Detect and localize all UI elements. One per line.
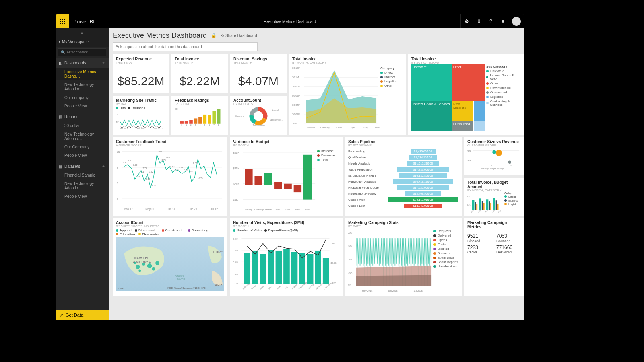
funnel-row: Proposal/Price Quote$17,525,000.00 <box>348 185 458 191</box>
grouped-bar-chart: $0…$0… Janu…Febr…Marc…AprilMay <box>467 192 504 214</box>
svg-rect-177 <box>291 252 298 283</box>
svg-text:0.0M: 0.0M <box>233 282 238 285</box>
svg-rect-179 <box>307 254 314 283</box>
smiley-icon: ☻ <box>500 19 506 24</box>
gear-icon: ⚙ <box>464 19 469 24</box>
svg-text:10: 10 <box>117 150 120 153</box>
tile-total-invoice-category[interactable]: Total Invoice BY MONTH, CATEGORY $0.12M$… <box>289 54 406 135</box>
svg-rect-135 <box>493 198 495 210</box>
share-dashboard-button[interactable]: ⟲ Share Dashboard <box>221 33 257 38</box>
waterfall-chart: $60K$40K$20K$0K JanuaryFebruaryMarchApri… <box>233 147 317 213</box>
svg-text:8.53: 8.53 <box>170 165 174 168</box>
sidebar-item-dashboard[interactable]: New Technology Adoption <box>56 80 109 93</box>
svg-text:6.86: 6.86 <box>146 178 150 180</box>
tile-customer-feedback-trend[interactable]: Customer Feedback Trend AVERAGE SCORE 10… <box>113 137 227 216</box>
search-icon: 🔍 <box>61 50 65 54</box>
tile-expected-revenue[interactable]: Expected Revenue THIS YEAR $85.22M <box>113 54 169 93</box>
feedback-button[interactable]: ☻ <box>497 14 509 28</box>
tile-feedback-ratings[interactable]: Feedback Ratings BY SCORE 200 012345678 <box>171 96 228 135</box>
tile-discount-savings[interactable]: Discount Savings THIS MONTH $4.07M <box>230 54 287 93</box>
svg-text:July: July <box>284 285 288 290</box>
svg-rect-137 <box>497 203 499 210</box>
get-data-button[interactable]: ↗ Get Data <box>56 310 109 320</box>
svg-text:20K: 20K <box>348 258 353 261</box>
tile-total-invoice-month[interactable]: Total Invoice THIS MONTH $2.22M <box>171 54 228 93</box>
funnel-row: Negotiation/Review$12,469,500.00 <box>348 191 458 197</box>
svg-text:NORTH: NORTH <box>134 255 148 260</box>
sidebar-item-report[interactable]: 30 dollar <box>56 121 109 130</box>
settings-button[interactable]: ⚙ <box>460 14 473 28</box>
svg-text:7.47: 7.47 <box>175 169 179 171</box>
sidebar-item-report[interactable]: Our Company <box>56 143 109 151</box>
svg-text:May 17: May 17 <box>124 208 133 211</box>
svg-text:$0.5K: $0.5K <box>330 262 336 264</box>
svg-text:9.09: 9.09 <box>158 150 162 153</box>
svg-text:May: May <box>285 208 290 211</box>
tile-customer-size-vs-revenue[interactable]: Customer Size vs Revenue CUSTOMER GROUP … <box>464 137 524 175</box>
sidebar-item-dataset[interactable]: People View <box>56 192 109 201</box>
sidebar-item-dashboard[interactable]: People View <box>56 102 109 110</box>
svg-text:2K: 2K <box>116 113 119 116</box>
add-dashboard-button[interactable]: ＋ <box>101 60 105 66</box>
svg-text:Feb 2015: Feb 2015 <box>137 127 145 129</box>
svg-text:May 2015: May 2015 <box>362 290 373 292</box>
waffle-icon <box>59 18 66 25</box>
svg-text:7.34: 7.34 <box>140 171 144 173</box>
svg-text:Specialty Bik…: Specialty Bik… <box>270 119 283 121</box>
svg-point-152 <box>152 267 155 271</box>
tile-marketing-campaign-stats[interactable]: Marketing Campaign Stats BY DATE 40K30K2… <box>345 218 462 296</box>
svg-text:8.50: 8.50 <box>128 159 132 162</box>
svg-rect-178 <box>299 253 305 283</box>
svg-point-118 <box>492 150 496 154</box>
sidebar-item-dataset[interactable]: New Technology Adoptio… <box>56 179 109 192</box>
svg-point-119 <box>496 150 502 156</box>
qa-input[interactable] <box>113 42 258 51</box>
svg-text:$0…: $0… <box>467 196 471 198</box>
tile-visits-expenditures[interactable]: Number of Visits, Expenditures ($Mil) BY… <box>230 218 343 296</box>
workspace-selector[interactable]: ▾ My Workspace <box>56 37 109 47</box>
svg-text:8: 8 <box>218 124 219 126</box>
sidebar-item-exec-dashboard[interactable]: Executive Metrics Dashb… <box>56 68 109 80</box>
svg-text:4: 4 <box>200 124 201 126</box>
sidebar-item-report[interactable]: People View <box>56 151 109 160</box>
tile-total-invoice-subcategory[interactable]: Total Invoice BY SUB CATEGORY Hardware O… <box>408 54 524 135</box>
topbar: Power BI Executive Metrics Dashboard ⚙ ⬇… <box>56 14 524 28</box>
sidebar-item-dataset[interactable]: Financial Sample <box>56 171 109 179</box>
tile-total-invoice-budget[interactable]: Total Invoice, Budget Amount BY MONTH, C… <box>464 178 524 216</box>
svg-rect-173 <box>260 254 266 283</box>
tile-accountcount-industry[interactable]: AccountCount BY INDUSTRY Warehous… <box>230 96 287 135</box>
add-dataset-button[interactable]: ＋ <box>101 163 105 169</box>
sidebar-search-input[interactable]: 🔍 Filter content <box>58 48 106 56</box>
help-button[interactable]: ? <box>485 14 497 28</box>
svg-text:February: February <box>320 126 330 129</box>
svg-text:7.13: 7.13 <box>136 175 140 178</box>
tile-marketing-campaign-metrics[interactable]: Marketing Campaign Metrics 9521Blocked 7… <box>464 218 524 296</box>
sidebar-item-report[interactable]: New Technology Adoptio… <box>56 130 109 143</box>
svg-text:7.52: 7.52 <box>149 171 153 173</box>
svg-rect-130 <box>482 201 483 210</box>
user-avatar[interactable] <box>512 17 521 26</box>
tile-sales-pipeline[interactable]: Sales Pipeline BY STAGENAME Prospecting$… <box>345 137 462 216</box>
tile-marketing-site-traffic[interactable]: Marketing Site Traffic BY DATE HitsBounc… <box>113 96 169 135</box>
tile-accountcount-map[interactable]: AccountCount BY SHIPPINGCITY, INDUSTRY A… <box>113 218 227 296</box>
sidebar-collapse-button[interactable]: ≡ <box>56 28 109 37</box>
app-launcher-button[interactable] <box>56 14 69 28</box>
svg-rect-23 <box>217 109 221 124</box>
svg-text:▸ bing: ▸ bing <box>118 287 124 289</box>
section-reports[interactable]: ▤Reports <box>56 112 109 121</box>
svg-text:Warehous…: Warehous… <box>235 115 246 117</box>
svg-text:10: 10 <box>510 164 512 167</box>
svg-text:$40K: $40K <box>233 167 239 170</box>
funnel-row: Prospecting$8,435,600.00 <box>348 148 458 154</box>
svg-text:May: May <box>268 285 273 290</box>
svg-text:EURO: EURO <box>213 250 223 254</box>
sidebar-item-dashboard[interactable]: Our company <box>56 93 109 102</box>
section-datasets[interactable]: ▦Datasets ＋ <box>56 161 109 171</box>
download-button[interactable]: ⬇ <box>473 14 485 28</box>
tile-variance-to-budget[interactable]: Varience to Budget BY MONTH $60K$40K$20K… <box>230 137 343 216</box>
stacked-area-chart: 40K30K20K10K0K May 2015Jun 2015Jul 2015 <box>348 228 433 294</box>
svg-text:Atlantic: Atlantic <box>175 274 184 277</box>
section-dashboards[interactable]: ◧Dashboards ＋ <box>56 58 109 68</box>
svg-text:average length of stay: average length of stay <box>481 167 504 170</box>
svg-text:June: June <box>295 208 300 211</box>
